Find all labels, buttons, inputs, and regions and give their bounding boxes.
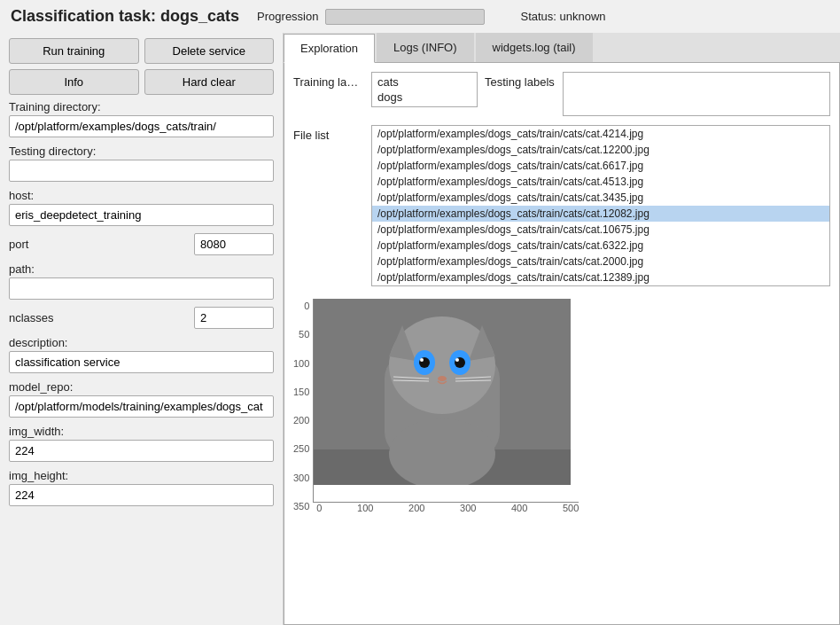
tab-widgets[interactable]: widgets.log (tail) <box>476 33 593 62</box>
chart-x-label: 0 <box>316 503 322 513</box>
list-item[interactable]: /opt/platform/examples/dogs_cats/train/c… <box>372 238 829 254</box>
chart-x-label: 400 <box>511 503 527 513</box>
btn-row-2: Info Hard clear <box>9 69 274 95</box>
tab-logs[interactable]: Logs (INFO) <box>377 33 474 62</box>
testing-labels-box <box>563 72 830 116</box>
chart-y-label: 50 <box>299 329 309 340</box>
list-item[interactable]: /opt/platform/examples/dogs_cats/train/c… <box>372 142 829 158</box>
chart-y-label: 100 <box>293 358 309 369</box>
chart-y-label: 350 <box>293 501 309 512</box>
port-group: port <box>9 233 274 255</box>
img-height-group: img_height: <box>9 469 274 506</box>
svg-point-10 <box>455 358 459 362</box>
tab-bar: Exploration Logs (INFO) widgets.log (tai… <box>284 33 840 63</box>
svg-point-11 <box>438 376 447 381</box>
description-label: description: <box>9 336 274 349</box>
chart-x-label: 200 <box>408 503 424 513</box>
path-label: path: <box>9 262 274 276</box>
main-layout: Run training Delete service Info Hard cl… <box>0 33 840 625</box>
list-item[interactable]: /opt/platform/examples/dogs_cats/train/c… <box>372 254 829 270</box>
host-label: host: <box>9 189 274 202</box>
description-input[interactable] <box>9 351 274 373</box>
list-item[interactable]: /opt/platform/examples/dogs_cats/train/c… <box>372 174 829 190</box>
img-height-label: img_height: <box>9 469 274 482</box>
training-dir-group: Training directory: <box>9 100 274 137</box>
svg-point-2 <box>389 316 495 414</box>
file-list-section: File list /opt/platform/examples/dogs_ca… <box>293 125 830 286</box>
progression-label: Progression <box>257 10 318 23</box>
list-item[interactable]: /opt/platform/examples/dogs_cats/train/c… <box>372 158 829 174</box>
labels-row: Training la… cats dogs Testing labels <box>293 72 830 116</box>
tab-exploration[interactable]: Exploration <box>284 34 375 63</box>
right-panel: Exploration Logs (INFO) widgets.log (tai… <box>284 33 840 625</box>
host-input[interactable] <box>9 204 274 226</box>
nclasses-group: nclasses <box>9 307 274 329</box>
port-input[interactable] <box>194 233 274 255</box>
info-button[interactable]: Info <box>9 69 139 95</box>
training-dir-input[interactable] <box>9 115 274 137</box>
file-list-box: /opt/platform/examples/dogs_cats/train/c… <box>371 125 830 286</box>
chart-x-label: 500 <box>563 503 579 513</box>
model-repo-label: model_repo: <box>9 380 274 394</box>
chart-x-label: 100 <box>357 503 373 513</box>
status-text: Status: unknown <box>520 10 605 23</box>
chart-container <box>313 299 579 503</box>
list-item[interactable]: /opt/platform/examples/dogs_cats/train/c… <box>372 190 829 206</box>
delete-service-button[interactable]: Delete service <box>144 38 275 64</box>
model-repo-group: model_repo: <box>9 380 274 418</box>
img-height-input[interactable] <box>9 484 274 506</box>
training-label-dogs: dogs <box>376 90 473 105</box>
run-training-button[interactable]: Run training <box>9 38 139 64</box>
path-group: path: <box>9 262 274 300</box>
testing-dir-label: Testing directory: <box>9 145 274 158</box>
list-item[interactable]: /opt/platform/examples/dogs_cats/train/c… <box>372 270 829 285</box>
header: Classification task: dogs_cats Progressi… <box>0 0 840 33</box>
model-repo-input[interactable] <box>9 395 274 418</box>
cat-image <box>314 299 571 485</box>
hard-clear-button[interactable]: Hard clear <box>144 69 275 95</box>
tab-content-exploration: Training la… cats dogs Testing labels Fi… <box>284 63 840 625</box>
app-container: Classification task: dogs_cats Progressi… <box>0 0 840 625</box>
header-progress: Progression <box>257 9 485 25</box>
testing-dir-group: Testing directory: <box>9 145 274 182</box>
progress-bar <box>325 9 485 25</box>
nclasses-label: nclasses <box>9 311 187 324</box>
training-labels-list: cats dogs <box>371 72 478 107</box>
host-group: host: <box>9 189 274 226</box>
chart-y-label: 250 <box>293 443 309 454</box>
chart-y-label: 300 <box>293 473 309 483</box>
chart-y-label: 0 <box>304 301 309 311</box>
chart-y-label: 150 <box>293 387 309 397</box>
btn-row-1: Run training Delete service <box>9 38 274 64</box>
list-item[interactable]: /opt/platform/examples/dogs_cats/train/c… <box>372 222 829 238</box>
description-group: description: <box>9 336 274 373</box>
img-width-label: img_width: <box>9 425 274 438</box>
img-width-group: img_width: <box>9 425 274 462</box>
svg-point-9 <box>420 358 424 362</box>
testing-labels-label: Testing labels <box>485 72 556 89</box>
chart-y-label: 200 <box>293 415 309 426</box>
chart-y-axis: 050100150200250300350 <box>293 299 313 512</box>
nclasses-input[interactable] <box>194 307 274 329</box>
page-title: Classification task: dogs_cats <box>11 7 239 26</box>
list-item[interactable]: /opt/platform/examples/dogs_cats/train/c… <box>372 126 829 142</box>
chart-with-xaxis: 0100200300400500 <box>313 299 579 513</box>
testing-dir-input[interactable] <box>9 160 274 182</box>
port-label: port <box>9 238 187 251</box>
training-labels-label: Training la… <box>293 72 364 89</box>
chart-x-label: 300 <box>460 503 476 513</box>
list-item[interactable]: /opt/platform/examples/dogs_cats/train/c… <box>372 206 829 222</box>
chart-x-labels: 0100200300400500 <box>313 503 579 513</box>
training-label-cats: cats <box>376 74 473 90</box>
training-dir-label: Training directory: <box>9 100 274 113</box>
path-input[interactable] <box>9 277 274 300</box>
chart-area: 050100150200250300350 <box>293 295 830 517</box>
file-list-label: File list <box>293 125 364 142</box>
img-width-input[interactable] <box>9 440 274 462</box>
left-panel: Run training Delete service Info Hard cl… <box>0 33 284 625</box>
